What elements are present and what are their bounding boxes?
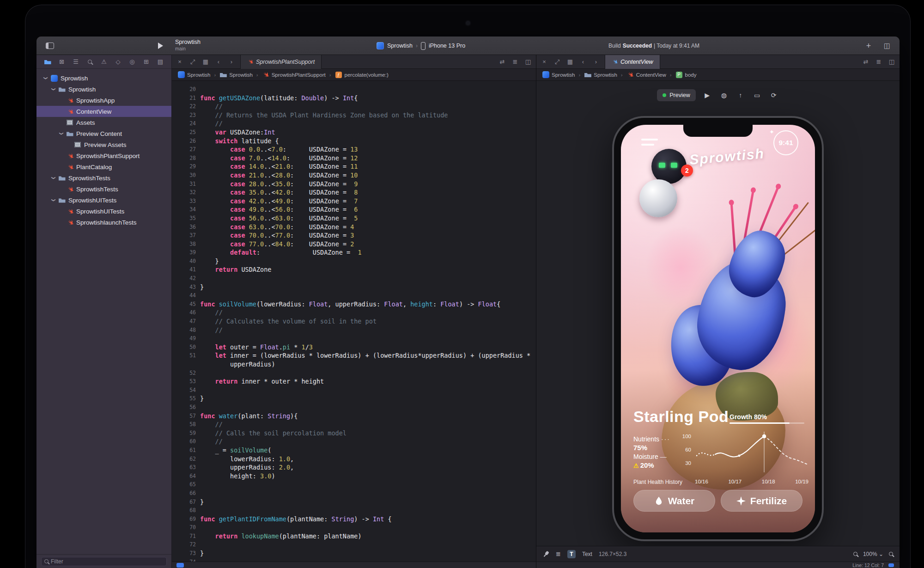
code-line[interactable]: 72 — [172, 540, 536, 549]
code-editor[interactable]: 2021func getUSDAZone(latitude: Double) -… — [172, 81, 536, 562]
editor-jump-bar[interactable]: Sprowtish›Sprowtish›SprowtishPlantSuppor… — [172, 69, 536, 81]
breakpoint-navigator-icon[interactable]: ⊞ — [142, 58, 151, 65]
report-navigator-icon[interactable]: ▤ — [156, 58, 165, 65]
source-control-navigator-icon[interactable]: ⊠ — [57, 58, 67, 65]
forward-icon[interactable]: › — [592, 58, 600, 65]
fertilize-button[interactable]: Fertilize — [721, 490, 802, 512]
tree-item-sprowtishplantsupport[interactable]: SprowtishPlantSupport — [36, 150, 171, 161]
back-icon[interactable]: ‹ — [214, 58, 223, 65]
code-line[interactable]: 70 — [172, 523, 536, 532]
code-line[interactable]: 36 case 63.0..<70.0: USDAZone = 4 — [172, 223, 536, 232]
code-line[interactable]: 43} — [172, 283, 536, 292]
zoom-out-icon[interactable] — [853, 552, 857, 556]
code-line[interactable]: 59 // Calls the soil percolation model — [172, 429, 536, 438]
code-line[interactable]: 25 var USDAZone:Int — [172, 128, 536, 137]
code-line[interactable]: 45func soilVolume(lowerRadius: Float, up… — [172, 300, 536, 309]
code-line[interactable]: 24 // — [172, 119, 536, 128]
tab-overview-icon[interactable]: ▦ — [201, 58, 210, 65]
code-line[interactable]: 53 return inner * outer * height — [172, 377, 536, 386]
tree-item-sprowtishlaunchtests[interactable]: SprowtishlaunchTests — [36, 217, 171, 228]
zoom-level[interactable]: 100% ⌄ — [863, 551, 883, 557]
breadcrumb-item[interactable]: Sprowtish — [219, 72, 253, 78]
add-button[interactable]: + — [863, 37, 874, 55]
tab-sprowtishplantsupport[interactable]: SprowtishPlantSupport — [240, 55, 322, 69]
code-line[interactable]: 52 — [172, 369, 536, 378]
code-line[interactable]: 71 return lookupName(plantName: plantNam… — [172, 532, 536, 541]
tree-item-sprowtishuitests[interactable]: SprowtishUITests — [36, 206, 171, 217]
focus-editor-icon[interactable]: ⤢ — [188, 58, 197, 66]
share-icon[interactable]: ↑ — [736, 90, 746, 100]
code-line[interactable]: 44 — [172, 291, 536, 300]
preview-mode-pill[interactable]: Preview — [657, 89, 695, 101]
robot-avatar-light[interactable] — [639, 179, 677, 217]
disclosure-chevron-icon[interactable]: ❯ — [51, 175, 56, 181]
code-line[interactable]: 20 — [172, 85, 536, 94]
tab-overview-icon[interactable]: ▦ — [566, 58, 574, 65]
minimap-icon[interactable]: ≣ — [511, 58, 519, 65]
close-split-icon[interactable]: × — [540, 58, 548, 65]
disclosure-chevron-icon[interactable]: ❯ — [51, 86, 56, 92]
disclosure-chevron-icon[interactable]: ❯ — [59, 131, 64, 136]
tree-item-plantcatalog[interactable]: PlantCatalog — [36, 161, 171, 172]
code-line[interactable]: 55} — [172, 394, 536, 403]
code-line[interactable]: 26 switch latitude { — [172, 137, 536, 146]
code-line[interactable]: 49 — [172, 334, 536, 343]
code-line[interactable]: 66 — [172, 489, 536, 498]
code-line[interactable]: 51 let inner = (lowerRadius * lowerRadiu… — [172, 351, 536, 360]
code-line[interactable]: 41 return USDAZone — [172, 265, 536, 274]
build-status[interactable]: Build Succeeded | Today at 9:41 AM — [608, 37, 699, 55]
symbol-navigator-icon[interactable]: ☰ — [71, 58, 80, 65]
tree-item-sprowtish[interactable]: ❯Sprowtish — [36, 84, 171, 95]
code-line[interactable]: 40 } — [172, 257, 536, 266]
code-line[interactable]: 57func water(plant: String){ — [172, 412, 536, 421]
device-settings-icon[interactable]: ▭ — [752, 90, 762, 100]
code-line[interactable]: 22 // — [172, 102, 536, 111]
forward-icon[interactable]: › — [227, 58, 236, 65]
code-line[interactable]: 39 default: USDAZone = 1 — [172, 248, 536, 257]
code-line[interactable]: 23 // Returns the USDA Plant Hardiness Z… — [172, 111, 536, 120]
code-line[interactable]: 73} — [172, 549, 536, 558]
menu-button[interactable] — [641, 139, 658, 149]
canvas-jump-bar[interactable]: Sprowtish›Sprowtish›ContentView›Pbody — [536, 69, 900, 81]
code-line[interactable]: 65 — [172, 480, 536, 489]
code-line[interactable]: 64 height: 3.0) — [172, 472, 536, 481]
breadcrumb-item[interactable]: SprowtishPlantSupport — [262, 72, 326, 78]
breadcrumb-item[interactable]: Sprowtish — [542, 72, 575, 78]
code-line[interactable]: 56 — [172, 403, 536, 412]
code-line[interactable]: 47 // Calculates the volume of soil in t… — [172, 317, 536, 326]
inspect-icon[interactable]: ◍ — [719, 90, 729, 100]
water-button[interactable]: Water — [633, 490, 715, 512]
zoom-in-icon[interactable] — [889, 552, 893, 556]
code-line[interactable]: 34 case 49.0..<56.0: USDAZone = 6 — [172, 205, 536, 214]
toggle-navigator-button[interactable] — [44, 37, 56, 55]
code-line[interactable]: 30 case 21.0..<28.0: USDAZone = 10 — [172, 171, 536, 180]
project-navigator-icon[interactable] — [43, 59, 52, 64]
code-line[interactable]: 38 case 77.0..<84.0: USDAZone = 2 — [172, 240, 536, 249]
editor-layout-button[interactable]: ◫ — [882, 37, 892, 55]
code-line[interactable]: 62 lowerRadius: 1.0, — [172, 455, 536, 464]
issue-navigator-icon[interactable]: ⚠ — [99, 58, 109, 65]
breadcrumb-item[interactable]: Sprowtish — [584, 72, 617, 78]
code-line[interactable]: 48 // — [172, 326, 536, 335]
test-navigator-icon[interactable]: ◇ — [114, 58, 123, 65]
find-navigator-icon[interactable] — [85, 60, 95, 64]
tree-item-contentview[interactable]: ContentView — [36, 106, 171, 117]
robot-avatar-dark[interactable] — [651, 149, 687, 184]
add-editor-icon[interactable]: ◫ — [524, 58, 532, 65]
minimap-icon[interactable]: ≣ — [875, 58, 883, 65]
orientation-icon[interactable]: ⟳ — [769, 90, 779, 100]
tree-item-sprowtishapp[interactable]: SprowtishApp — [36, 95, 171, 106]
code-line[interactable]: 33 case 42.0..<49.0: USDAZone = 7 — [172, 197, 536, 206]
pin-icon[interactable] — [541, 550, 551, 559]
related-items-icon[interactable]: ⇄ — [498, 58, 506, 65]
code-line[interactable]: upperRadius) — [172, 360, 536, 369]
code-line[interactable]: 46 // — [172, 308, 536, 317]
tree-item-preview content[interactable]: ❯Preview Content — [36, 128, 171, 139]
code-line[interactable]: 31 case 28.0..<35.0: USDAZone = 9 — [172, 180, 536, 189]
code-line[interactable]: 67} — [172, 498, 536, 507]
code-line[interactable]: 35 case 56.0..<63.0: USDAZone = 5 — [172, 214, 536, 223]
filter-field[interactable]: Filter — [41, 557, 167, 566]
active-scheme[interactable]: Sprowtish main — [175, 39, 201, 52]
code-line[interactable]: 69func getPlantIDFromName(plantName: Str… — [172, 515, 536, 524]
run-button[interactable] — [156, 37, 165, 55]
